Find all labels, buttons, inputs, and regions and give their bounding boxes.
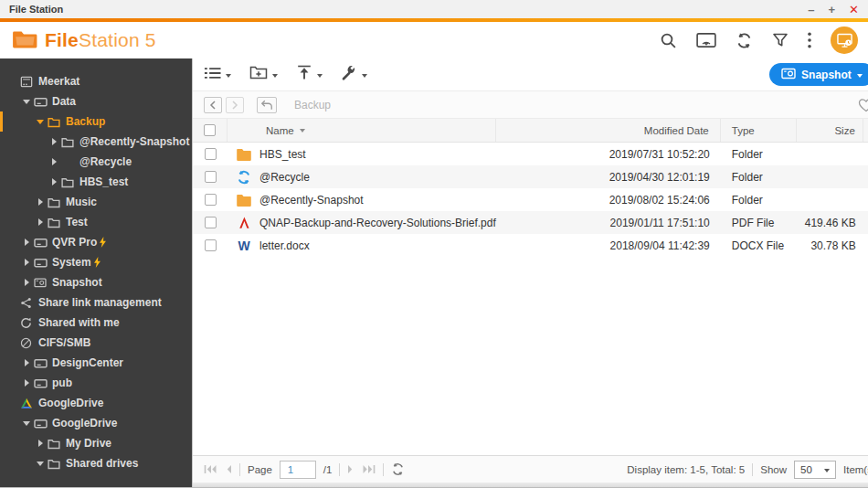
- sort-caret-icon: [300, 129, 305, 133]
- sidebar-item[interactable]: Data: [0, 91, 192, 111]
- sidebar-item-label: Shared drives: [66, 457, 138, 470]
- sidebar-item-label: QVR Pro: [52, 236, 97, 249]
- table-row[interactable]: @Recycle2019/04/30 12:01:19Folder: [193, 165, 868, 188]
- file-table-body: HBS_test2019/07/31 10:52:20Folder@Recycl…: [193, 143, 868, 257]
- filter-icon[interactable]: [772, 32, 789, 48]
- breadcrumb[interactable]: Backup: [294, 99, 331, 111]
- drive-icon: [34, 377, 50, 389]
- sidebar-item-label: My Drive: [66, 437, 111, 450]
- folder-o-icon: [61, 176, 78, 188]
- sidebar-item[interactable]: CIFS/SMB: [0, 333, 192, 353]
- logo-text-bold: File: [45, 29, 79, 50]
- sidebar-item[interactable]: System: [0, 252, 192, 272]
- sidebar-item[interactable]: Shared drives: [0, 453, 192, 473]
- main-panel: Snapshot Backup Name: [192, 58, 868, 488]
- column-header-name[interactable]: Name: [228, 119, 496, 142]
- table-row[interactable]: HBS_test2019/07/31 10:52:20Folder: [193, 143, 868, 165]
- sidebar-item[interactable]: @Recently-Snapshot: [0, 132, 192, 152]
- upload-button[interactable]: [294, 61, 324, 88]
- favorite-icon[interactable]: [858, 98, 868, 112]
- show-label: Show: [760, 464, 787, 475]
- user-avatar[interactable]: [831, 27, 858, 54]
- snapshot-button-label: Snapshot: [801, 69, 852, 81]
- folder-logo-icon: [13, 29, 37, 52]
- sidebar-item[interactable]: @Recycle: [0, 152, 192, 172]
- drive-icon: [34, 96, 50, 108]
- sidebar-item[interactable]: DesignCenter: [0, 353, 192, 373]
- file-type: DOCX File: [721, 239, 797, 252]
- sidebar-item-label: GoogleDrive: [52, 417, 117, 430]
- tools-button[interactable]: [339, 61, 369, 89]
- network-icon: [20, 337, 37, 349]
- sidebar-item[interactable]: Share link management: [0, 292, 192, 313]
- nas-icon: [20, 76, 37, 88]
- close-button[interactable]: ✕: [849, 4, 859, 16]
- file-station-window: File Station – + ✕ FileStation 5: [0, 0, 868, 488]
- file-name: @Recently-Snapshot: [259, 194, 364, 207]
- folder-icon: [236, 148, 252, 161]
- file-modified-date: 2019/07/31 10:52:20: [496, 148, 721, 161]
- sidebar-item[interactable]: Backup: [0, 111, 192, 132]
- page-size-select[interactable]: 50: [794, 461, 836, 479]
- sidebar-item[interactable]: Meerkat: [0, 71, 192, 91]
- page-input[interactable]: 1: [280, 461, 316, 479]
- table-row[interactable]: QNAP-Backup-and-Recovery-Solutions-Brief…: [193, 211, 868, 234]
- table-row[interactable]: Wletter.docx2018/09/04 11:42:39DOCX File…: [193, 234, 868, 257]
- column-header-size[interactable]: Size: [797, 119, 863, 142]
- file-name: QNAP-Backup-and-Recovery-Solutions-Brief…: [259, 217, 496, 229]
- create-folder-button[interactable]: [248, 61, 280, 88]
- sidebar-item[interactable]: GoogleDrive: [0, 393, 192, 413]
- add-column-button[interactable]: +: [863, 119, 868, 142]
- file-name: @Recycle: [259, 171, 310, 184]
- file-modified-date: 2019/08/02 15:24:06: [496, 194, 721, 207]
- next-page-button[interactable]: [347, 464, 355, 474]
- sidebar-item[interactable]: My Drive: [0, 433, 192, 453]
- sidebar-item[interactable]: HBS_test: [0, 172, 192, 192]
- sidebar-item[interactable]: QVR Pro: [0, 232, 192, 252]
- file-name: letter.docx: [259, 239, 310, 252]
- bolt-icon: [93, 257, 101, 268]
- logo-text-rest: Station 5: [79, 29, 156, 50]
- view-mode-button[interactable]: [202, 62, 233, 88]
- sidebar-item[interactable]: Music: [0, 192, 192, 212]
- folder-icon: [236, 194, 252, 207]
- sidebar-item-label: System: [52, 256, 91, 269]
- page-total: /1: [323, 464, 333, 475]
- row-checkbox[interactable]: [205, 171, 217, 183]
- prev-page-button[interactable]: [225, 464, 232, 474]
- row-checkbox[interactable]: [205, 239, 217, 251]
- snapshot-button[interactable]: Snapshot: [769, 63, 868, 86]
- cast-icon[interactable]: [696, 32, 716, 48]
- column-header-modified[interactable]: Modified Date: [496, 119, 721, 142]
- file-type: Folder: [721, 148, 797, 161]
- search-icon[interactable]: [660, 32, 677, 49]
- file-type: PDF File: [721, 217, 797, 229]
- first-page-button[interactable]: [204, 464, 217, 474]
- select-all-checkbox[interactable]: [204, 124, 216, 136]
- refresh-list-icon[interactable]: [391, 462, 405, 476]
- title-bar: File Station – + ✕: [0, 0, 868, 18]
- folder-o-icon: [48, 116, 64, 128]
- back-button[interactable]: [204, 97, 222, 113]
- sidebar-item[interactable]: Shared with me: [0, 313, 192, 333]
- up-level-button[interactable]: [257, 97, 277, 113]
- row-checkbox[interactable]: [205, 194, 217, 206]
- maximize-button[interactable]: +: [829, 4, 836, 16]
- sidebar-item[interactable]: pub: [0, 373, 192, 393]
- column-header-type[interactable]: Type: [721, 119, 797, 142]
- sidebar-item[interactable]: Snapshot: [0, 272, 192, 292]
- last-page-button[interactable]: [362, 464, 376, 474]
- row-checkbox[interactable]: [205, 148, 217, 160]
- sidebar-item[interactable]: Test: [0, 212, 192, 232]
- more-icon[interactable]: [808, 32, 811, 48]
- file-size: 419.46 KB: [797, 217, 863, 229]
- file-modified-date: 2019/01/11 17:51:10: [496, 217, 721, 229]
- sidebar-item[interactable]: GoogleDrive: [0, 413, 192, 433]
- chevron-down-icon: [857, 74, 863, 78]
- minimize-button[interactable]: –: [808, 4, 814, 16]
- folder-plus-icon: [249, 65, 268, 84]
- table-row[interactable]: @Recently-Snapshot2019/08/02 15:24:06Fol…: [193, 188, 868, 211]
- refresh-icon[interactable]: [736, 32, 753, 49]
- forward-button[interactable]: [226, 97, 244, 113]
- row-checkbox[interactable]: [205, 217, 217, 228]
